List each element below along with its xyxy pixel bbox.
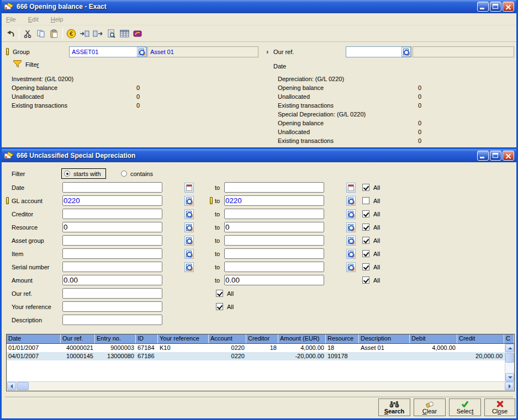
clear-button[interactable]: Clear [414, 398, 446, 416]
lookup-icon[interactable] [184, 209, 194, 219]
resource-all-checkbox[interactable] [362, 224, 369, 231]
lookup-icon[interactable] [346, 262, 356, 272]
col-header-clipped[interactable]: C [504, 334, 514, 343]
our-ref-browse-icon[interactable] [401, 47, 411, 57]
filter-row-your-reference: Your reference All [2, 301, 516, 312]
cut-icon[interactable] [21, 27, 34, 40]
minimize-button[interactable] [477, 151, 489, 161]
date-all-checkbox[interactable] [362, 184, 369, 191]
lookup-icon[interactable] [346, 236, 356, 246]
our-ref-all-checkbox[interactable] [216, 290, 223, 297]
amount-all-checkbox[interactable] [362, 277, 369, 284]
calendar-icon[interactable] [184, 183, 194, 193]
print-preview-icon[interactable] [104, 27, 118, 40]
col-header-credit[interactable]: Credit [457, 334, 504, 343]
item-all-checkbox[interactable] [362, 250, 369, 257]
grid-icon[interactable] [118, 27, 131, 40]
lookup-icon[interactable] [184, 222, 194, 232]
scroll-left-icon[interactable] [7, 382, 16, 390]
group-code-input[interactable] [69, 46, 147, 57]
radio-contains[interactable]: contains [119, 168, 157, 179]
group-browse-icon[interactable] [137, 47, 146, 57]
resource-from-input[interactable] [62, 222, 162, 232]
col-header-id[interactable]: ID [136, 334, 158, 343]
col-header-resource[interactable]: Resource [326, 334, 359, 343]
scroll-down-icon[interactable] [505, 373, 514, 381]
col-header-amount[interactable]: Amount (EUR) [278, 334, 326, 343]
resource-to-input[interactable] [224, 222, 324, 232]
titlebar-opening-balance[interactable]: 666 Opening balance - Exact [2, 0, 516, 13]
close-button[interactable] [503, 151, 514, 161]
vertical-scrollbar[interactable] [505, 344, 514, 381]
your-reference-input[interactable] [62, 301, 162, 312]
col-header-account[interactable]: Account [209, 334, 246, 343]
lookup-icon[interactable] [346, 209, 356, 219]
close-button[interactable] [503, 2, 514, 12]
screen: 666 Opening balance - Exact File Edit He… [0, 0, 518, 420]
col-header-entry-no[interactable]: Entry no. [95, 334, 136, 343]
serial-number-to-input[interactable] [224, 262, 324, 272]
gl-account-to-input[interactable] [224, 195, 324, 206]
search-button[interactable]: Search [378, 398, 410, 416]
creditor-from-input[interactable] [62, 209, 162, 219]
lookup-icon[interactable] [184, 196, 194, 206]
minimize-button[interactable] [477, 2, 489, 12]
close-button-bottom[interactable]: Close [484, 398, 515, 416]
scroll-right-icon[interactable] [505, 382, 514, 390]
lookup-icon[interactable] [346, 222, 356, 232]
transfer-out-icon[interactable] [91, 27, 104, 40]
maximize-button[interactable] [490, 2, 501, 12]
creditor-all-checkbox[interactable] [362, 210, 369, 217]
asset-group-to-input[interactable] [224, 235, 324, 246]
col-header-date[interactable]: Date [7, 334, 61, 343]
copy-icon[interactable] [34, 27, 47, 40]
your-reference-all-checkbox[interactable] [216, 303, 223, 310]
vertical-scroll-thumb[interactable] [505, 353, 514, 363]
description-input[interactable] [62, 315, 162, 325]
maximize-button[interactable] [490, 151, 501, 161]
radio-starts-with[interactable]: starts with [61, 168, 106, 179]
depreciation-header: Depreciation: (G/L 0220) [278, 75, 421, 83]
col-header-your-reference[interactable]: Your reference [158, 334, 209, 343]
date-from-input[interactable] [62, 182, 162, 193]
lookup-icon[interactable] [184, 262, 194, 272]
amount-to-input[interactable] [224, 275, 324, 285]
serial-number-from-input[interactable] [62, 262, 162, 272]
date-to-input[interactable] [224, 182, 324, 193]
calendar-icon[interactable] [346, 183, 356, 193]
menu-help[interactable]: Help [51, 16, 64, 23]
amount-from-input[interactable] [62, 275, 162, 285]
col-header-our-ref[interactable]: Our ref. [61, 334, 95, 343]
filter-link[interactable]: Filter [13, 60, 39, 69]
horizontal-scroll-thumb[interactable] [17, 382, 29, 390]
serial-number-all-checkbox[interactable] [362, 263, 369, 270]
lookup-icon[interactable] [184, 249, 194, 259]
grid-row-1[interactable]: 01/01/2007 40000021 9000003 67184 K10 02… [7, 344, 514, 352]
item-to-input[interactable] [224, 248, 324, 259]
scroll-up-icon[interactable] [505, 344, 514, 352]
asset-group-from-input[interactable] [62, 235, 162, 246]
col-header-description[interactable]: Description [359, 334, 410, 343]
select-button[interactable]: Select [449, 398, 481, 416]
transfer-in-icon[interactable] [78, 27, 91, 40]
gl-account-all-checkbox[interactable] [362, 197, 369, 204]
grid-row-2[interactable]: 04/01/2007 10000145 13000080 67186 0220 … [7, 352, 514, 360]
horizontal-scrollbar[interactable] [7, 381, 514, 391]
cards-icon[interactable] [131, 27, 144, 40]
col-header-debit[interactable]: Debit [410, 334, 457, 343]
undo-icon[interactable] [4, 27, 17, 40]
gl-account-from-input[interactable] [62, 195, 162, 206]
item-from-input[interactable] [62, 248, 162, 259]
euro-icon[interactable]: € [65, 27, 78, 40]
titlebar-filter-dialog[interactable]: 666 Unclassified Special Depreciation [2, 149, 516, 162]
menu-edit[interactable]: Edit [28, 16, 39, 23]
col-header-creditor[interactable]: Creditor [246, 334, 278, 343]
lookup-icon[interactable] [184, 236, 194, 246]
lookup-icon[interactable] [346, 196, 356, 206]
asset-group-all-checkbox[interactable] [362, 237, 369, 244]
menu-file[interactable]: File [6, 16, 16, 23]
our-ref-input[interactable] [62, 288, 162, 299]
creditor-to-input[interactable] [224, 209, 324, 219]
paste-icon[interactable] [47, 27, 61, 40]
lookup-icon[interactable] [346, 249, 356, 259]
